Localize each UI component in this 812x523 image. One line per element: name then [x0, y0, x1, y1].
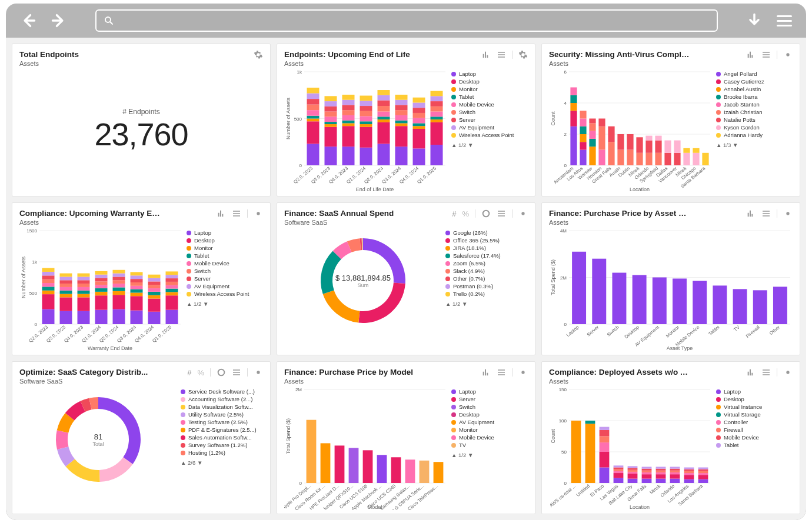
legend-pager[interactable]: 1/2 [451, 142, 528, 148]
list-icon[interactable] [232, 368, 241, 377]
chart-icon[interactable] [217, 209, 226, 218]
legend-item[interactable]: Zoom (6.5%) [445, 260, 528, 267]
legend-item[interactable]: Hosting (1.2%) [181, 449, 263, 456]
donut-icon[interactable] [481, 209, 491, 218]
legend-item[interactable]: Tablet [187, 252, 263, 259]
legend-pager[interactable]: 2/6 [181, 459, 263, 466]
legend-item[interactable]: Wireless Access Point [187, 291, 263, 297]
legend-item[interactable]: Angel Pollard [716, 71, 793, 77]
legend-item[interactable]: Mobile Device [187, 260, 263, 267]
legend-item[interactable]: Laptop [451, 388, 528, 395]
list-icon[interactable] [497, 368, 506, 377]
legend-item[interactable]: Monitor [451, 86, 528, 92]
legend-item[interactable]: Service Desk Software (...) [181, 388, 263, 395]
legend-item[interactable]: Trello (0.2%) [445, 291, 528, 297]
legend-item[interactable]: Tablet [716, 442, 793, 448]
legend-item[interactable]: Laptop [187, 229, 263, 236]
legend-item[interactable]: Salesforce (17.4%) [445, 252, 528, 259]
legend-item[interactable]: Virtual Instance [716, 404, 793, 410]
gear-icon[interactable] [783, 209, 793, 218]
legend-item[interactable]: Switch [187, 268, 263, 274]
hash-icon[interactable]: # [452, 209, 456, 218]
legend-pager[interactable]: 1/2 [451, 452, 528, 458]
list-icon[interactable] [761, 209, 771, 218]
list-icon[interactable] [497, 209, 506, 218]
legend-item[interactable]: Laptop [716, 388, 793, 395]
legend-item[interactable]: Virtual Storage [716, 411, 793, 418]
chart-icon[interactable] [746, 368, 756, 377]
gear-icon[interactable] [254, 368, 263, 377]
legend-item[interactable]: Desktop [451, 78, 528, 85]
gear-icon[interactable] [518, 209, 528, 218]
legend-item[interactable]: AV Equipment [451, 124, 528, 131]
legend-item[interactable]: Desktop [451, 411, 528, 418]
legend-item[interactable]: Postman (0.3%) [445, 283, 528, 289]
gear-icon[interactable] [783, 368, 793, 377]
legend-item[interactable]: Kyson Gordon [716, 124, 793, 131]
legend-item[interactable]: Mobile Device [716, 434, 793, 441]
gear-icon[interactable] [783, 50, 793, 59]
legend-item[interactable]: Annabel Austin [716, 86, 793, 92]
gear-icon[interactable] [254, 50, 263, 59]
chart-icon[interactable] [746, 209, 756, 218]
legend-item[interactable]: Wireless Access Point [451, 132, 528, 138]
legend-item[interactable]: Data Visualization Softw... [181, 404, 263, 410]
legend-item[interactable]: Controller [716, 419, 793, 425]
legend-item[interactable]: Testing Software (2.5%) [181, 419, 263, 425]
legend-item[interactable]: Monitor [187, 245, 263, 251]
download-icon[interactable] [746, 12, 763, 29]
gear-icon[interactable] [518, 368, 528, 377]
legend-item[interactable]: TV [451, 442, 528, 448]
legend-item[interactable]: AV Equipment [451, 419, 528, 425]
legend-item[interactable]: Google (26%) [445, 229, 528, 236]
legend-item[interactable]: Laptop [451, 71, 528, 77]
legend-item[interactable]: PDF & E-Signatures (2.5...) [181, 427, 263, 433]
legend-item[interactable]: Firewall [716, 427, 793, 433]
legend-item[interactable]: Tablet [451, 94, 528, 100]
legend-item[interactable]: Switch [451, 404, 528, 410]
legend-item[interactable]: AV Equipment [187, 283, 263, 289]
list-icon[interactable] [761, 368, 771, 377]
url-input[interactable] [119, 16, 710, 26]
legend-item[interactable]: Sales Automation Softw... [181, 434, 263, 441]
forward-icon[interactable] [51, 12, 67, 29]
chart-icon[interactable] [746, 50, 756, 59]
legend-item[interactable]: Izaiah Christian [716, 109, 793, 115]
gear-icon[interactable] [518, 50, 528, 59]
legend-item[interactable]: Accounting Software (2...) [181, 396, 263, 402]
percent-icon[interactable]: % [197, 368, 204, 377]
chart-icon[interactable] [481, 50, 491, 59]
hash-icon[interactable]: # [187, 368, 191, 377]
legend-item[interactable]: Jacob Stanton [716, 101, 793, 108]
legend-pager[interactable]: 1/2 [445, 301, 528, 307]
legend-item[interactable]: Mobile Device [451, 434, 528, 441]
legend-item[interactable]: JIRA (18.1%) [445, 245, 528, 251]
list-icon[interactable] [497, 50, 506, 59]
percent-icon[interactable]: % [462, 209, 469, 218]
gear-icon[interactable] [254, 209, 263, 218]
legend-item[interactable]: Server [451, 116, 528, 123]
legend-item[interactable]: Natalie Potts [716, 116, 793, 123]
url-bar[interactable] [95, 9, 718, 32]
legend-item[interactable]: Mobile Device [451, 101, 528, 108]
legend-item[interactable]: Office 365 (25.5%) [445, 237, 528, 244]
chart-icon[interactable] [481, 368, 491, 377]
legend-item[interactable]: Other (0.7%) [445, 275, 528, 282]
list-icon[interactable] [761, 50, 771, 59]
legend-item[interactable]: Desktop [187, 237, 263, 244]
legend-item[interactable]: Survey Software (1.2%) [181, 442, 263, 448]
legend-item[interactable]: Desktop [716, 396, 793, 402]
legend-item[interactable]: Adrianna Hardy [716, 132, 793, 138]
donut-icon[interactable] [217, 368, 226, 377]
legend-item[interactable]: Slack (4.9%) [445, 268, 528, 274]
legend-pager[interactable]: 1/3 [716, 142, 793, 148]
legend-item[interactable]: Casey Gutierrez [716, 78, 793, 85]
list-icon[interactable] [232, 209, 241, 218]
legend-item[interactable]: Server [187, 275, 263, 282]
menu-icon[interactable] [777, 15, 792, 26]
legend-item[interactable]: Switch [451, 109, 528, 115]
legend-pager[interactable]: 1/2 [187, 301, 263, 307]
back-icon[interactable] [20, 12, 36, 29]
legend-item[interactable]: Server [451, 396, 528, 402]
legend-item[interactable]: Monitor [451, 427, 528, 433]
